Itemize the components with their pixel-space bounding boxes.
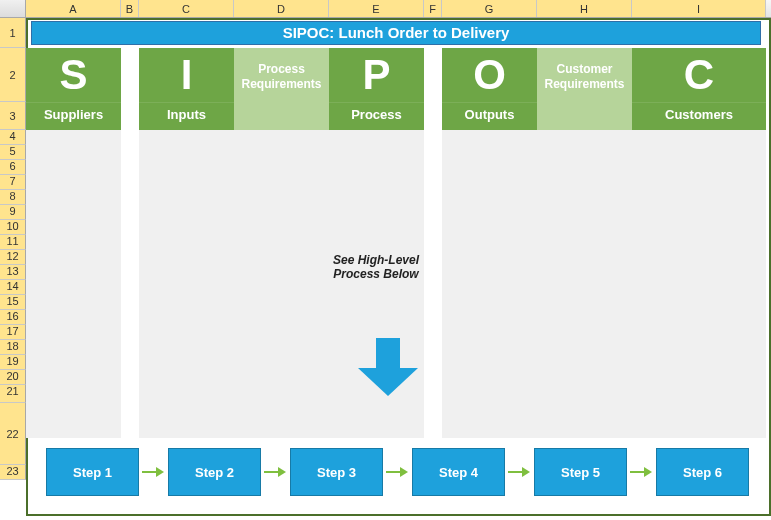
row-header-14[interactable]: 14 (0, 280, 26, 295)
grid-area[interactable]: SIPOC: Lunch Order to Delivery S Supplie… (26, 18, 771, 520)
step-arrow-3 (386, 468, 410, 478)
body-creqs[interactable] (537, 130, 632, 438)
header-outputs: O Outputs (442, 48, 537, 130)
col-header-E[interactable]: E (329, 0, 424, 17)
spreadsheet-viewport: { "columns": ["A","B","C","D","E","F","G… (0, 0, 771, 520)
body-preqs[interactable] (234, 130, 329, 438)
row-header-col: 1 2 3 4 5 6 7 8 9 10 11 12 13 14 15 16 1… (0, 18, 26, 480)
col-header-C[interactable]: C (139, 0, 234, 17)
header-inputs-letter: I (139, 48, 234, 102)
header-outputs-label: Outputs (442, 102, 537, 130)
header-customers-label: Customers (632, 102, 766, 130)
header-process: P Process (329, 48, 424, 130)
row-header-15[interactable]: 15 (0, 295, 26, 310)
row-header-16[interactable]: 16 (0, 310, 26, 325)
header-outputs-letter: O (442, 48, 537, 102)
col-header-G[interactable]: G (442, 0, 537, 17)
row-header-11[interactable]: 11 (0, 235, 26, 250)
header-gap-2 (424, 48, 442, 130)
sipoc-header-row: S Suppliers I Inputs Process Requirement… (26, 48, 771, 130)
row-header-17[interactable]: 17 (0, 325, 26, 340)
col-header-I[interactable]: I (632, 0, 766, 17)
row-header-22[interactable]: 22 (0, 403, 26, 465)
step-arrow-1 (142, 468, 166, 478)
header-customers-letter: C (632, 48, 766, 102)
step-arrow-2 (264, 468, 288, 478)
header-process-reqs: Process Requirements (234, 48, 329, 130)
row-header-19[interactable]: 19 (0, 355, 26, 370)
sipoc-title: SIPOC: Lunch Order to Delivery (31, 21, 761, 45)
header-customers: C Customers (632, 48, 766, 130)
row-header-6[interactable]: 6 (0, 160, 26, 175)
step-arrow-4 (508, 468, 532, 478)
body-customers[interactable] (632, 130, 766, 438)
col-header-F[interactable]: F (424, 0, 442, 17)
row-header-13[interactable]: 13 (0, 265, 26, 280)
row-header-10[interactable]: 10 (0, 220, 26, 235)
step-2[interactable]: Step 2 (168, 448, 261, 496)
select-all-corner[interactable] (0, 0, 26, 17)
row-header-5[interactable]: 5 (0, 145, 26, 160)
row-header-20[interactable]: 20 (0, 370, 26, 385)
header-suppliers-letter: S (26, 48, 121, 102)
row-header-7[interactable]: 7 (0, 175, 26, 190)
header-customer-reqs: Customer Requirements (537, 48, 632, 130)
body-outputs[interactable] (442, 130, 537, 438)
row-header-21[interactable]: 21 (0, 385, 26, 403)
header-inputs-label: Inputs (139, 102, 234, 130)
header-inputs: I Inputs (139, 48, 234, 130)
header-suppliers-label: Suppliers (26, 102, 121, 130)
process-note: See High-Level Process Below (326, 253, 426, 281)
row-header-23[interactable]: 23 (0, 465, 26, 480)
body-inputs[interactable] (139, 130, 234, 438)
step-5[interactable]: Step 5 (534, 448, 627, 496)
header-gap-1 (121, 48, 139, 130)
process-note-l2: Process Below (333, 267, 418, 281)
row-header-9[interactable]: 9 (0, 205, 26, 220)
body-suppliers[interactable] (26, 130, 121, 438)
step-arrow-5 (630, 468, 654, 478)
col-header-H[interactable]: H (537, 0, 632, 17)
step-6[interactable]: Step 6 (656, 448, 749, 496)
header-process-letter: P (329, 48, 424, 102)
row-header-18[interactable]: 18 (0, 340, 26, 355)
col-header-B[interactable]: B (121, 0, 139, 17)
row-header-2[interactable]: 2 (0, 48, 26, 102)
process-note-l1: See High-Level (333, 253, 419, 267)
down-arrow-icon (358, 338, 418, 398)
header-process-label: Process (329, 102, 424, 130)
row-header-12[interactable]: 12 (0, 250, 26, 265)
row-header-4[interactable]: 4 (0, 130, 26, 145)
step-3[interactable]: Step 3 (290, 448, 383, 496)
row-header-8[interactable]: 8 (0, 190, 26, 205)
process-steps-row: Step 1 Step 2 Step 3 Step 4 Step 5 Step … (26, 448, 771, 508)
row-header-3[interactable]: 3 (0, 102, 26, 130)
row-header-1[interactable]: 1 (0, 18, 26, 48)
col-header-A[interactable]: A (26, 0, 121, 17)
step-4[interactable]: Step 4 (412, 448, 505, 496)
col-header-D[interactable]: D (234, 0, 329, 17)
column-header-row: A B C D E F G H I (0, 0, 771, 18)
header-suppliers: S Suppliers (26, 48, 121, 130)
step-1[interactable]: Step 1 (46, 448, 139, 496)
